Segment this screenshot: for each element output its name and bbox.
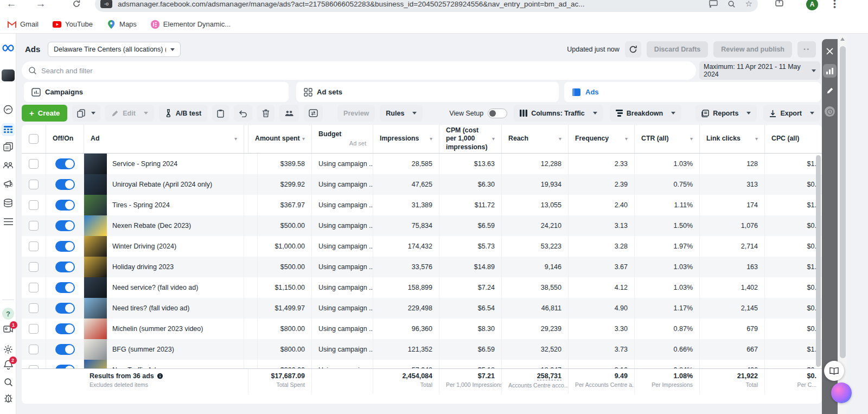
row-checkbox[interactable] <box>29 180 39 189</box>
rules-button[interactable]: Rules <box>380 105 423 122</box>
ad-name-link[interactable]: BFG (summer 2023) <box>112 346 174 353</box>
breakdown-button[interactable]: Breakdown <box>610 105 681 122</box>
discard-drafts-button[interactable]: Discard Drafts <box>647 41 708 58</box>
col-header-ad[interactable]: Ad▾ <box>84 125 244 153</box>
delete-button[interactable] <box>257 105 275 122</box>
ad-name-link[interactable]: Holiday driving 2023 <box>112 263 174 271</box>
notifications-bell-icon[interactable]: 2 <box>0 360 16 370</box>
ad-status-toggle[interactable] <box>55 282 75 293</box>
col-header-cpm[interactable]: CPM (cost per 1,000 impressions)▾ <box>439 125 502 153</box>
select-all-checkbox[interactable] <box>29 134 39 144</box>
table-row[interactable]: BFG (summer 2023) $800.00 Using campaign… <box>22 339 822 360</box>
page-scrollbar[interactable] <box>839 35 847 414</box>
report-bug-icon[interactable] <box>0 393 16 403</box>
bookmark-star-icon[interactable]: ☆ <box>745 0 752 9</box>
ai-extension-button[interactable] <box>831 383 852 403</box>
row-checkbox[interactable] <box>29 303 39 313</box>
ad-name-link[interactable]: Need tires? (fall video ad) <box>112 304 189 312</box>
ads-manager-icon[interactable] <box>2 123 15 136</box>
browser-back-icon[interactable]: ← <box>4 0 18 11</box>
export-button[interactable]: Export <box>763 105 820 122</box>
pages-icon[interactable] <box>0 142 16 151</box>
col-header-link-clicks[interactable]: Link clicks▾ <box>700 125 765 153</box>
browser-forward-icon[interactable]: → <box>34 0 48 11</box>
edit-button[interactable]: Edit <box>105 105 154 122</box>
table-vertical-scrollbar[interactable] <box>816 155 821 367</box>
tab-ad-sets[interactable]: Ad sets <box>296 82 559 102</box>
duplicate-button[interactable] <box>72 105 100 122</box>
billing-icon[interactable] <box>0 199 16 208</box>
clipboard-button[interactable] <box>212 105 229 122</box>
bookmark-maps[interactable]: Maps <box>107 20 137 29</box>
updates-icon[interactable]: 1 <box>0 324 16 334</box>
undo-button[interactable] <box>234 105 252 122</box>
ad-status-toggle[interactable] <box>55 344 75 355</box>
bookmark-elementor[interactable]: Elementor Dynamic... <box>151 20 231 29</box>
more-options-button[interactable]: ·· <box>797 41 816 58</box>
help-icon[interactable]: ? <box>0 308 16 320</box>
bookmark-gmail[interactable]: Gmail <box>8 20 39 29</box>
reach-total[interactable]: 258,731 <box>537 372 561 380</box>
ad-status-toggle[interactable] <box>55 262 75 272</box>
close-panel-icon[interactable] <box>822 48 838 55</box>
share-icon[interactable] <box>775 0 784 7</box>
row-checkbox[interactable] <box>29 159 39 169</box>
reading-assistant-button[interactable] <box>824 361 844 381</box>
search-bar[interactable] <box>22 61 696 80</box>
table-row[interactable]: Michelin (summer 2023 video) $800.00 Usi… <box>22 319 822 339</box>
assign-people-button[interactable] <box>279 105 299 122</box>
table-row[interactable]: Uniroyal Rebate (April 2024 only) $299.9… <box>22 174 822 195</box>
col-header-ctr[interactable]: CTR (all)▾ <box>635 125 700 153</box>
ab-test-button[interactable]: A/B test <box>159 105 207 122</box>
view-setup-toggle[interactable] <box>488 109 507 118</box>
tab-campaigns[interactable]: Campaigns <box>24 82 289 102</box>
table-row[interactable]: Service - Spring 2024 $389.58 Using camp… <box>22 154 822 174</box>
ad-status-toggle[interactable] <box>55 158 75 169</box>
row-checkbox[interactable] <box>29 241 39 251</box>
reports-button[interactable]: Reports <box>695 105 757 122</box>
audiences-icon[interactable] <box>0 161 16 169</box>
browser-refresh-icon[interactable] <box>69 0 84 11</box>
site-extension-icon[interactable]: -o <box>100 0 112 8</box>
columns-button[interactable]: Columns: Traffic <box>514 105 603 122</box>
scroll-up-arrow-icon[interactable] <box>840 37 845 41</box>
bookmark-youtube[interactable]: YouTube <box>53 20 93 29</box>
search-url-icon[interactable] <box>727 0 736 8</box>
row-checkbox[interactable] <box>29 345 39 354</box>
history-clock-icon[interactable] <box>825 106 835 117</box>
edit-panel-icon[interactable] <box>822 87 838 94</box>
col-header-impressions[interactable]: Impressions▾ <box>373 125 439 153</box>
col-header-cpc[interactable]: CPC (all) <box>765 125 822 153</box>
page-scrollbar-thumb[interactable] <box>840 46 846 358</box>
table-row[interactable]: Holiday driving 2023 $500.00 Using campa… <box>22 257 822 277</box>
ad-status-toggle[interactable] <box>55 179 75 190</box>
browser-menu-icon[interactable]: ••• <box>833 0 836 9</box>
ad-name-link[interactable]: Michelin (summer 2023 video) <box>112 325 203 333</box>
row-checkbox[interactable] <box>29 200 39 210</box>
sidebar-search-icon[interactable] <box>0 378 16 387</box>
overview-icon[interactable] <box>0 105 16 114</box>
table-row[interactable]: Need service? (fall video ad) $1,150.00 … <box>22 277 822 298</box>
review-publish-button[interactable]: Review and publish <box>713 41 792 58</box>
ad-status-toggle[interactable] <box>55 323 75 334</box>
meta-logo[interactable] <box>0 44 16 52</box>
ad-name-link[interactable]: Nexen Rebate (Dec 2023) <box>112 222 191 230</box>
settings-gear-icon[interactable] <box>0 345 16 354</box>
row-checkbox[interactable] <box>29 324 39 334</box>
swap-arrows-button[interactable] <box>304 105 323 122</box>
search-input[interactable] <box>41 67 636 75</box>
ad-name-link[interactable]: Uniroyal Rebate (April 2024 only) <box>112 181 212 188</box>
ad-name-link[interactable]: Tires - Spring 2024 <box>112 201 170 209</box>
table-row[interactable]: Nexen Rebate (Dec 2023) $500.00 Using ca… <box>22 215 822 236</box>
all-tools-menu-icon[interactable] <box>0 218 16 225</box>
charts-panel-icon[interactable] <box>823 64 837 78</box>
ad-account-selector[interactable]: Delaware Tire Centers (all locations) (.… <box>48 42 181 57</box>
url-bar[interactable]: -o adsmanager.facebook.com/adsmanager/ma… <box>95 0 758 12</box>
ad-status-toggle[interactable] <box>55 241 75 252</box>
ad-status-toggle[interactable] <box>55 200 75 211</box>
ad-status-toggle[interactable] <box>55 303 75 314</box>
preview-button[interactable]: Preview <box>337 105 375 122</box>
ad-name-link[interactable]: Need service? (fall video ad) <box>112 284 198 291</box>
col-header-budget[interactable]: Budget Ad set <box>312 125 373 153</box>
info-icon[interactable] <box>157 373 163 379</box>
